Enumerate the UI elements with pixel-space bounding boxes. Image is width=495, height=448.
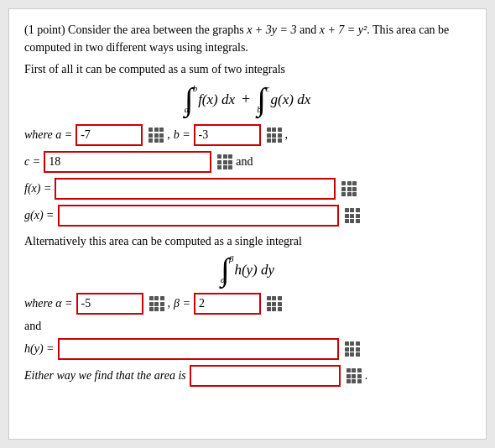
- page: (1 point) Consider the area between the …: [8, 8, 487, 440]
- label-fx: f(x) =: [24, 182, 51, 195]
- grid-icon-a[interactable]: [148, 128, 164, 143]
- row-ab: where a = , b = ,: [24, 124, 471, 146]
- row-alpha-beta: where α = , β =: [24, 293, 471, 315]
- grid-icon-area[interactable]: [346, 368, 362, 383]
- problem-statement: (1 point) Consider the area between the …: [24, 21, 471, 56]
- label-gx: g(x) =: [24, 209, 55, 222]
- input-c[interactable]: [44, 151, 211, 173]
- grid-icon-alpha[interactable]: [149, 296, 164, 311]
- row-c: c = and: [24, 151, 471, 173]
- second-method-intro: Alternatively this area can be computed …: [24, 235, 471, 248]
- integral-3: β ∫ α h(y) dy: [221, 255, 274, 284]
- this-text: This: [373, 23, 393, 36]
- input-beta[interactable]: [194, 293, 261, 315]
- row-conclusion: Either way we find that the area is .: [24, 365, 471, 387]
- row-hy: h(y) =: [24, 338, 471, 360]
- integrand-1: f(x) dx: [198, 91, 235, 108]
- label-where-a: where a =: [24, 128, 72, 142]
- input-a[interactable]: [76, 124, 143, 146]
- label-hy: h(y) =: [24, 342, 55, 356]
- and-connector: and: [300, 23, 316, 36]
- integrand-3: h(y) dy: [234, 262, 274, 279]
- integral-display-2: β ∫ α h(y) dy: [24, 255, 471, 284]
- integral-1: b ∫ a f(x) dx: [185, 85, 235, 114]
- and-text-2: and: [24, 320, 41, 333]
- first-method-intro: First of all it can be computed as a sum…: [24, 63, 471, 76]
- equation2: x + 7 = y²: [320, 23, 367, 36]
- grid-icon-b[interactable]: [267, 128, 282, 143]
- equation1: x + 3y = 3: [247, 23, 296, 36]
- input-alpha[interactable]: [76, 293, 143, 315]
- input-fx[interactable]: [55, 178, 336, 200]
- and-text-1: and: [236, 155, 253, 169]
- label-beta: β =: [174, 297, 190, 310]
- comma-2: ,: [285, 128, 289, 142]
- problem-points: (1 point): [24, 23, 65, 36]
- comma-1: ,: [167, 128, 170, 142]
- plus-sign: +: [242, 91, 250, 108]
- label-where-alpha: where α =: [24, 297, 73, 310]
- grid-icon-fx[interactable]: [341, 181, 357, 196]
- integral-2: c ∫ b g(x) dx: [257, 85, 310, 114]
- grid-icon-beta[interactable]: [267, 296, 282, 311]
- problem-desc: Consider the area between the graphs: [68, 23, 244, 36]
- grid-icon-gx[interactable]: [345, 208, 360, 223]
- input-area[interactable]: [190, 365, 341, 387]
- integral-display-1: b ∫ a f(x) dx + c ∫ b g(x) dx: [24, 85, 471, 114]
- row-gx: g(x) =: [24, 205, 471, 227]
- label-c: c =: [24, 155, 40, 169]
- input-hy[interactable]: [58, 338, 339, 360]
- row-and-2: and: [24, 320, 471, 333]
- comma-3: ,: [168, 297, 171, 310]
- input-gx[interactable]: [58, 205, 339, 227]
- conclusion-suffix: .: [365, 369, 368, 383]
- grid-icon-hy[interactable]: [345, 341, 360, 357]
- input-b[interactable]: [194, 124, 261, 146]
- row-fx: f(x) =: [24, 178, 471, 200]
- grid-icon-c[interactable]: [217, 154, 232, 169]
- label-b: b =: [174, 128, 190, 142]
- conclusion-prefix: Either way we find that the area is: [24, 369, 186, 383]
- integrand-2: g(x) dx: [271, 91, 311, 108]
